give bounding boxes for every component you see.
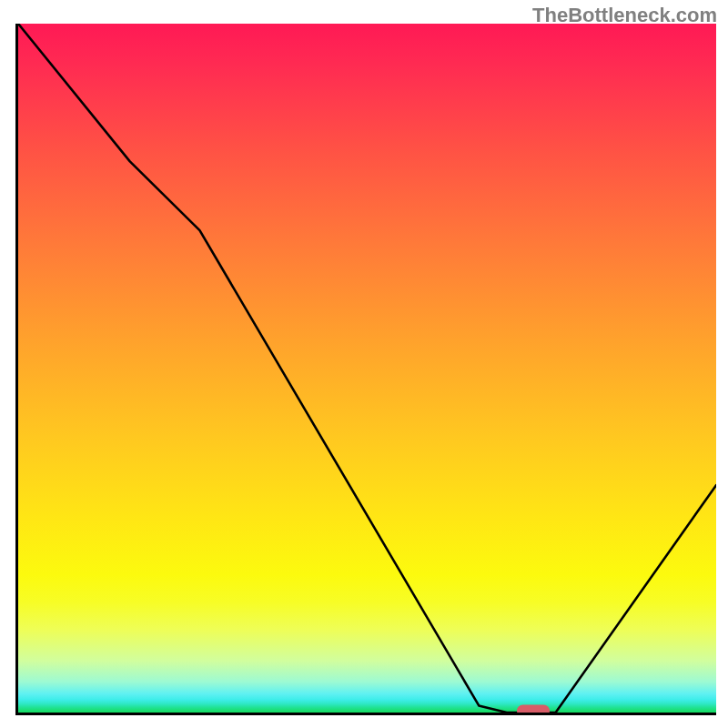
curve-svg bbox=[18, 24, 716, 713]
bottleneck-curve bbox=[18, 24, 716, 713]
chart-container: TheBottleneck.com bbox=[0, 0, 728, 728]
optimal-marker bbox=[517, 704, 550, 715]
plot-area bbox=[15, 24, 716, 715]
watermark-text: TheBottleneck.com bbox=[532, 4, 717, 27]
